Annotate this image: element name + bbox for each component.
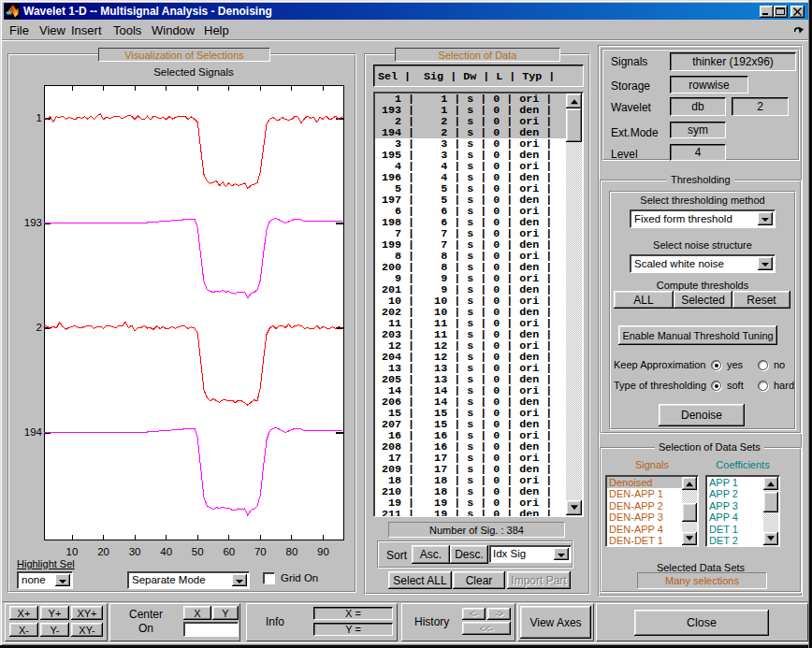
svg-text:50: 50	[192, 546, 204, 557]
svg-text:194: 194	[24, 426, 43, 438]
svg-text:193: 193	[24, 217, 42, 228]
svg-text:1: 1	[36, 112, 42, 123]
svg-text:60: 60	[223, 546, 235, 557]
svg-text:70: 70	[254, 546, 267, 557]
svg-text:80: 80	[286, 546, 298, 557]
svg-text:Selected Signals: Selected Signals	[153, 66, 234, 78]
svg-text:2: 2	[36, 322, 42, 333]
svg-text:40: 40	[160, 546, 172, 557]
svg-text:30: 30	[129, 546, 141, 557]
svg-text:10: 10	[66, 546, 79, 557]
svg-text:90: 90	[317, 546, 329, 557]
svg-text:20: 20	[97, 546, 109, 557]
